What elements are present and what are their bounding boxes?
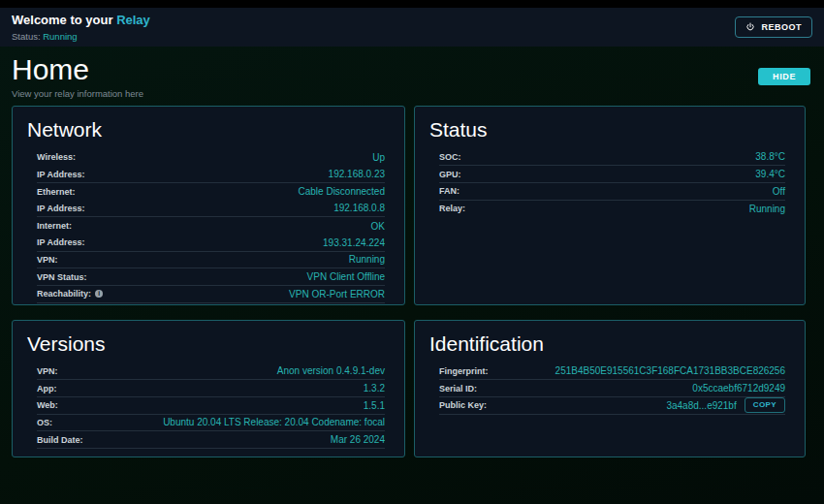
row-value: 3a4a8d...e921bf: [666, 400, 736, 411]
row-fingerprint: Fingerprint: 251B4B50E915561C3F168FCA173…: [439, 363, 785, 381]
row-value: 192.168.0.8: [333, 203, 385, 213]
row-vpn-status: VPN Status: VPN Client Offline: [37, 268, 385, 286]
row-value: Running: [349, 254, 385, 265]
copy-button[interactable]: COPY: [745, 397, 785, 413]
row-value: Cable Disconnected: [299, 186, 386, 197]
row-app-version: App: 1.3.2: [37, 380, 385, 397]
row-label: Web:: [37, 400, 58, 410]
row-public-key: Public Key: 3a4a8d...e921bf COPY: [439, 397, 785, 415]
row-value: VPN Client Offline: [307, 271, 385, 282]
cards-grid: Network Wireless: Up IP Address: 192.168…: [0, 99, 824, 457]
row-value: 192.168.0.23: [329, 169, 385, 179]
welcome-prefix: Welcome to your: [12, 13, 113, 27]
row-label: Build Date:: [37, 435, 83, 445]
row-value: 39.4°C: [755, 169, 785, 179]
row-value: 38.8°C: [755, 151, 785, 162]
row-label: Serial ID:: [439, 384, 477, 394]
status-value: Running: [43, 31, 77, 42]
network-card-title: Network: [27, 118, 389, 142]
public-key-value-group: 3a4a8d...e921bf COPY: [666, 397, 785, 413]
row-label: IP Address:: [37, 204, 85, 213]
page-title: Home: [12, 54, 143, 85]
row-os-version: OS: Ubuntu 20.04 LTS Release: 20.04 Code…: [37, 415, 385, 432]
row-label: Internet:: [37, 221, 72, 231]
welcome-text: Welcome to your Relay: [12, 13, 150, 28]
row-value: 0x5ccaebf6712d9249: [692, 383, 785, 394]
row-label: OS:: [37, 418, 52, 427]
power-icon: [745, 22, 755, 32]
row-value: Off: [773, 186, 785, 197]
row-web-version: Web: 1.5.1: [37, 397, 385, 415]
identification-card-title: Identification: [429, 332, 789, 356]
row-value: 1.5.1: [364, 400, 385, 411]
row-label: GPU:: [439, 170, 461, 179]
row-internet-ip: IP Address: 193.31.24.224: [37, 235, 385, 252]
row-label: Reachability: i: [37, 289, 103, 299]
row-label: Ethernet:: [37, 187, 76, 197]
info-icon[interactable]: i: [95, 290, 103, 298]
row-gpu: GPU: 39.4°C: [439, 166, 785, 183]
row-ethernet: Ethernet: Cable Disconnected: [37, 183, 385, 201]
row-value: VPN OR-Port ERROR: [289, 289, 385, 299]
status-card-title: Status: [429, 118, 789, 142]
page-header: Home View your relay information here HI…: [0, 47, 824, 99]
top-bar: Welcome to your Relay Status: Running RE…: [0, 8, 824, 47]
page-subtitle: View your relay information here: [12, 88, 143, 99]
welcome-relay-name: Relay: [116, 13, 150, 27]
row-label: App:: [37, 384, 57, 394]
versions-rows: VPN: Anon version 0.4.9.1-dev App: 1.3.2…: [37, 363, 385, 449]
network-card: Network Wireless: Up IP Address: 192.168…: [12, 106, 405, 305]
row-value: Running: [749, 204, 785, 214]
row-wireless: Wireless: Up: [37, 149, 385, 167]
row-vpn-version: VPN: Anon version 0.4.9.1-dev: [37, 363, 385, 381]
row-value: 251B4B50E915561C3F168FCA1731BB3BCE826256: [555, 365, 785, 376]
row-label: VPN Status:: [37, 272, 87, 282]
row-vpn: VPN: Running: [37, 252, 385, 269]
row-value: 193.31.24.224: [323, 237, 385, 248]
page-title-block: Home View your relay information here: [12, 54, 143, 99]
hide-button[interactable]: HIDE: [758, 68, 810, 85]
row-value: Anon version 0.4.9.1-dev: [277, 365, 385, 376]
reboot-button[interactable]: REBOOT: [735, 16, 812, 38]
row-fan: FAN: Off: [439, 183, 785, 201]
row-build-date: Build Date: Mar 26 2024: [37, 431, 385, 449]
welcome-block: Welcome to your Relay Status: Running: [12, 13, 150, 41]
row-reachability: Reachability: i VPN OR-Port ERROR: [37, 286, 385, 303]
row-wireless-ip: IP Address: 192.168.0.23: [37, 166, 385, 183]
status-label: Status:: [12, 31, 41, 42]
row-value: Up: [372, 152, 385, 163]
row-label: IP Address:: [37, 170, 85, 179]
row-soc: SOC: 38.8°C: [439, 149, 785, 167]
row-label: IP Address:: [37, 237, 85, 247]
status-rows: SOC: 38.8°C GPU: 39.4°C FAN: Off Relay: …: [439, 149, 785, 218]
row-serial-id: Serial ID: 0x5ccaebf6712d9249: [439, 380, 785, 397]
status-card: Status SOC: 38.8°C GPU: 39.4°C FAN: Off …: [414, 106, 806, 305]
row-value: OK: [371, 221, 385, 232]
row-label: Relay:: [439, 204, 465, 213]
reachability-label: Reachability:: [37, 289, 91, 299]
row-label: Wireless:: [37, 152, 76, 162]
row-label: VPN:: [37, 366, 58, 376]
network-rows: Wireless: Up IP Address: 192.168.0.23 Et…: [37, 149, 385, 303]
row-label: SOC:: [439, 152, 461, 162]
row-relay: Relay: Running: [439, 201, 785, 218]
versions-card: Versions VPN: Anon version 0.4.9.1-dev A…: [12, 320, 405, 457]
versions-card-title: Versions: [27, 332, 389, 356]
main-content: Home View your relay information here HI…: [0, 47, 824, 504]
row-ethernet-ip: IP Address: 192.168.0.8: [37, 201, 385, 218]
row-label: FAN:: [439, 186, 460, 196]
identification-rows: Fingerprint: 251B4B50E915561C3F168FCA173…: [439, 363, 785, 415]
row-internet: Internet: OK: [37, 217, 385, 235]
reboot-label: REBOOT: [761, 22, 802, 32]
row-value: 1.3.2: [364, 383, 385, 394]
row-value: Ubuntu 20.04 LTS Release: 20.04 Codename…: [163, 417, 385, 427]
row-value: Mar 26 2024: [331, 434, 385, 445]
relay-status-line: Status: Running: [12, 31, 150, 42]
row-label: VPN:: [37, 255, 58, 265]
identification-card: Identification Fingerprint: 251B4B50E915…: [414, 320, 806, 457]
row-label: Public Key:: [439, 400, 487, 410]
row-label: Fingerprint:: [439, 366, 489, 376]
